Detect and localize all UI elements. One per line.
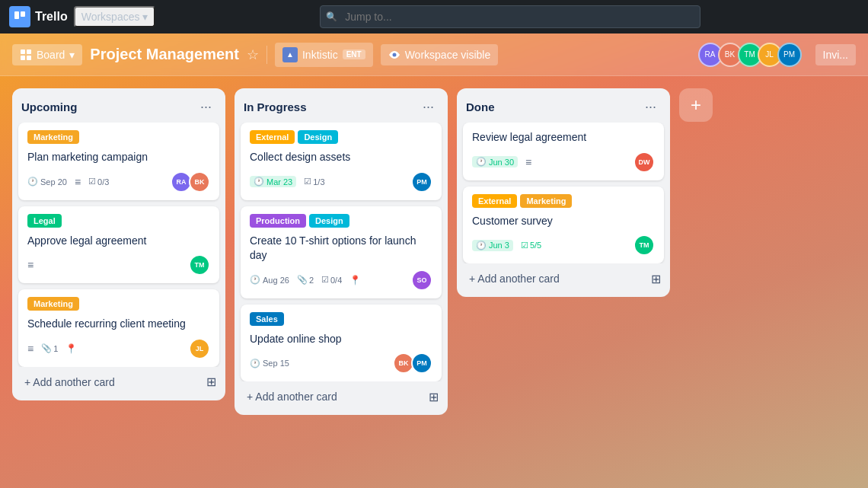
assignee-avatar[interactable]: PM	[411, 171, 432, 193]
card-labels: ExternalMarketing	[472, 194, 655, 208]
card-labels: Sales	[250, 312, 432, 326]
star-button[interactable]: ☆	[247, 46, 259, 63]
card-labels: Legal	[27, 214, 210, 228]
column-cards: ExternalDesignCollect design assets🕐Mar …	[235, 123, 448, 381]
card-label: Legal	[27, 214, 62, 228]
column-header: In Progress···	[235, 88, 448, 123]
invite-button[interactable]: Invi...	[815, 44, 856, 65]
card-label: Marketing	[27, 297, 79, 311]
add-card-button[interactable]: + Add another card	[466, 270, 563, 288]
meta-item: ☑0/4	[321, 275, 342, 285]
chevron-down-icon: ▾	[69, 49, 75, 61]
top-navigation: Trello Workspaces ▾	[0, 0, 868, 33]
card-title: Update online shop	[250, 332, 432, 347]
template-icon[interactable]: ⊞	[651, 272, 661, 286]
board-title: Project Management	[90, 46, 239, 63]
card-title: Approve legal agreement	[27, 234, 210, 249]
ent-badge: ENT	[343, 49, 365, 59]
column-cards: MarketingPlan marketing campaign🕐Sep 20≡…	[12, 123, 225, 367]
card[interactable]: LegalApprove legal agreement≡TM	[18, 206, 219, 284]
card-meta: 🕐Jun 30≡	[472, 156, 531, 168]
column-title: Upcoming	[21, 100, 77, 113]
meta-item: 📎2	[297, 275, 314, 285]
avatar[interactable]: PM	[777, 43, 802, 67]
card-label: External	[250, 130, 295, 144]
card-meta: 🕐Jun 3☑5/5	[472, 240, 541, 251]
visibility-button[interactable]: Workspace visible	[381, 44, 499, 65]
workspace-button[interactable]: ▲ Inktistic ENT	[275, 43, 373, 67]
meta-description-icon: ≡	[75, 176, 81, 188]
add-list-button[interactable]: +	[679, 88, 713, 122]
column-in-progress: In Progress···ExternalDesignCollect desi…	[235, 88, 448, 415]
trello-logo[interactable]: Trello	[9, 6, 68, 27]
assignee-avatar[interactable]: TM	[633, 234, 655, 256]
meta-location-icon: 📍	[349, 275, 361, 285]
card-meta: 🕐Sep 15	[250, 359, 289, 368]
card-title: Create 10 T-shirt options for launch day	[250, 234, 432, 263]
meta-description-icon: ≡	[27, 259, 34, 271]
card-meta: ≡	[27, 259, 34, 271]
member-avatars: RA BK TM JL PM	[703, 43, 802, 67]
trello-name: Trello	[35, 10, 68, 24]
column-menu-button[interactable]: ···	[418, 97, 439, 116]
card-label: Design	[309, 214, 349, 228]
meta-item: 📎1	[41, 343, 58, 353]
column-cards: Review legal agreement🕐Jun 30≡DWExternal…	[457, 123, 670, 263]
card-labels: Marketing	[27, 297, 210, 311]
column-menu-button[interactable]: ···	[196, 97, 216, 116]
assignee-avatar[interactable]: JL	[189, 338, 210, 359]
card-label: Design	[298, 130, 338, 144]
assignee-avatar[interactable]: PM	[411, 352, 432, 374]
chevron-down-icon: ▾	[142, 11, 148, 23]
workspaces-menu[interactable]: Workspaces ▾	[74, 6, 156, 27]
assignee-avatar[interactable]: SO	[411, 270, 432, 291]
card-label: Sales	[250, 312, 284, 326]
card-footer: 🕐Aug 26📎2☑0/4📍SO	[250, 270, 432, 291]
meta-item: ☑5/5	[521, 241, 541, 250]
card-assignees: BKPM	[396, 352, 432, 374]
card-assignees: RABK	[174, 171, 210, 193]
card[interactable]: MarketingPlan marketing campaign🕐Sep 20≡…	[18, 123, 219, 200]
board-view-button[interactable]: Board ▾	[12, 44, 82, 65]
card-meta: 🕐Sep 20≡☑0/3	[27, 176, 109, 188]
card[interactable]: ExternalMarketingCustomer survey🕐Jun 3☑5…	[463, 187, 664, 264]
add-card-button[interactable]: + Add another card	[244, 388, 340, 406]
card[interactable]: SalesUpdate online shop🕐Sep 15BKPM	[241, 305, 442, 382]
meta-item: 🕐Jun 3	[472, 240, 513, 251]
svg-rect-1	[21, 11, 25, 17]
search-container	[320, 5, 700, 28]
card[interactable]: ProductionDesignCreate 10 T-shirt option…	[241, 206, 442, 298]
card[interactable]: ExternalDesignCollect design assets🕐Mar …	[241, 123, 442, 200]
card[interactable]: MarketingSchedule recurring client meeti…	[18, 289, 219, 367]
card[interactable]: Review legal agreement🕐Jun 30≡DW	[463, 123, 664, 180]
card-labels: Marketing	[27, 130, 210, 144]
workspaces-label: Workspaces	[81, 11, 140, 23]
card-title: Collect design assets	[250, 150, 432, 165]
svg-rect-3	[27, 49, 31, 54]
meta-item: ☑0/3	[88, 177, 109, 187]
column-title: Done	[466, 100, 495, 113]
card-footer: 🕐Sep 20≡☑0/3RABK	[27, 171, 210, 193]
card-footer: 🕐Jun 3☑5/5TM	[472, 234, 655, 256]
add-card-row: + Add another card⊞	[457, 263, 670, 297]
search-input[interactable]	[320, 5, 700, 28]
header-divider	[266, 46, 267, 64]
board-view-label: Board	[37, 49, 65, 61]
column-header: Upcoming···	[12, 88, 225, 123]
assignee-avatar[interactable]: BK	[189, 171, 210, 193]
card-assignees: TM	[637, 234, 655, 256]
meta-item: 🕐Aug 26	[250, 275, 289, 285]
card-title: Customer survey	[472, 214, 655, 229]
assignee-avatar[interactable]: DW	[633, 152, 655, 173]
add-card-row: + Add another card⊞	[235, 381, 448, 415]
template-icon[interactable]: ⊞	[429, 390, 439, 404]
card-label: Marketing	[27, 130, 79, 144]
column-menu-button[interactable]: ···	[640, 97, 661, 116]
meta-item: 🕐Sep 20	[27, 177, 67, 187]
template-icon[interactable]: ⊞	[206, 375, 216, 389]
add-card-row: + Add another card⊞	[12, 367, 225, 400]
assignee-avatar[interactable]: TM	[189, 254, 210, 276]
svg-rect-2	[21, 49, 25, 54]
add-card-button[interactable]: + Add another card	[21, 373, 118, 391]
card-meta: ≡📎1📍	[27, 343, 77, 355]
